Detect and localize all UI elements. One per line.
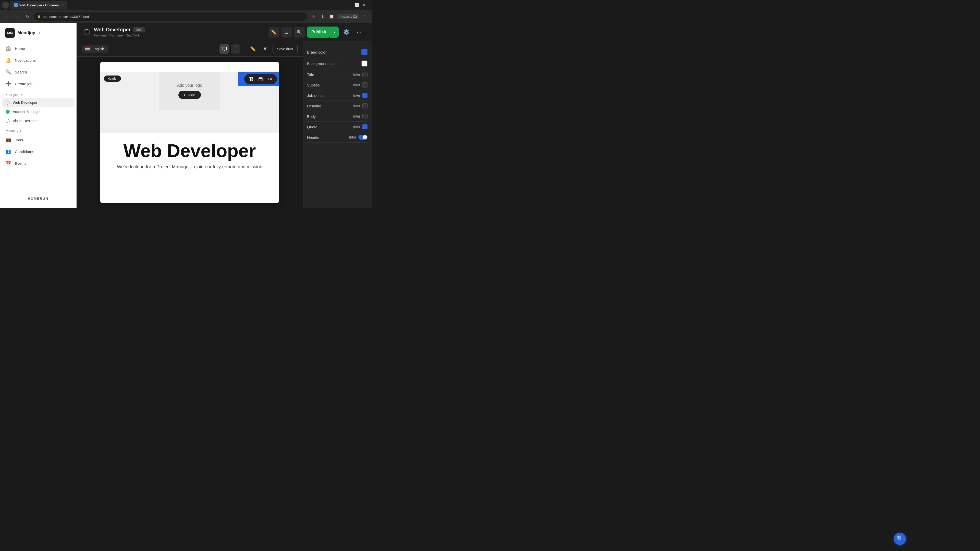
body-font-row: Body Inter: [307, 111, 368, 122]
job-status-draft-icon: [6, 100, 10, 105]
minimize-button[interactable]: ─: [347, 3, 352, 8]
header-actions: ✏️ 🔍 Publish ▾ ⚙️ ⋯: [269, 27, 364, 38]
job-item-web-developer[interactable]: Web Developer: [2, 98, 74, 107]
brand-chevron-icon: ▾: [39, 31, 40, 35]
settings-button[interactable]: ⚙️: [341, 27, 352, 38]
sidebar-item-search[interactable]: 🔍 Search: [2, 66, 74, 78]
new-tab-button[interactable]: +: [68, 2, 76, 9]
svg-rect-9: [251, 77, 253, 79]
body-font-value: Inter: [353, 114, 368, 119]
background-color-row: Background color: [307, 58, 368, 69]
sidebar-item-label-search: Search: [15, 70, 27, 74]
brand-color-row: Brand color: [307, 46, 368, 58]
job-description: We're looking for a Project Manager to j…: [100, 164, 279, 178]
preview-button[interactable]: 👁: [260, 44, 270, 54]
your-jobs-label: Your jobs: [6, 93, 19, 97]
job-details-font-name: Inter: [353, 94, 360, 97]
header-edit-icon[interactable]: [257, 76, 264, 83]
sidebar-item-candidates[interactable]: 👥 Candidates: [2, 146, 74, 157]
logo-placeholder-text: Add your logo: [177, 83, 202, 88]
header-label-tag: Header: [104, 76, 121, 82]
job-title-text: Web Developer: [94, 27, 130, 33]
moodjoy-label: Moodjoy: [6, 129, 18, 133]
loading-spinner: [84, 29, 90, 35]
publish-dropdown-button[interactable]: ▾: [330, 27, 339, 38]
title-font-color-swatch[interactable]: [363, 72, 368, 77]
job-status-active-icon: [6, 110, 10, 114]
header-actions-overlay: •••: [244, 74, 277, 84]
close-button[interactable]: ✕: [361, 3, 366, 8]
tab-close-icon[interactable]: ✕: [61, 3, 64, 7]
url-input[interactable]: 🔒 app.homerun.co/job/336501/edit: [34, 13, 307, 21]
job-details-font-value: Inter: [353, 93, 368, 98]
canvas-toolbar: English ✏️ 👁 Save draft: [76, 41, 303, 57]
app-layout: MM Moodjoy ▾ 🏠 Home 🔔 Notifications 🔍 Se…: [0, 23, 372, 208]
right-panel: Brand color Background color Title Inter: [303, 41, 372, 208]
language-label: English: [92, 47, 104, 51]
tab-group-button[interactable]: ⌄: [2, 2, 9, 9]
back-button[interactable]: ←: [3, 13, 11, 21]
background-color-swatch[interactable]: [361, 60, 368, 67]
sidebar-item-create-job[interactable]: ➕ Create job: [2, 78, 74, 89]
sidebar-bottom: HOMERUN: [0, 187, 76, 203]
heading-font-row: Heading Inter: [307, 101, 368, 111]
sidebar-item-label-events: Events: [15, 161, 27, 165]
header-block: Header •••: [100, 72, 279, 133]
header-toggle[interactable]: [358, 135, 368, 140]
pen-button[interactable]: ✏️: [248, 44, 258, 54]
job-details-font-color-swatch[interactable]: [363, 93, 368, 98]
header-more-icon[interactable]: •••: [267, 76, 274, 83]
subtitle-font-name: Inter: [353, 83, 360, 87]
download-button[interactable]: ⬇: [319, 13, 326, 21]
logo-upload-area[interactable]: Add your logo Upload: [159, 72, 220, 110]
heading-font-value: Inter: [353, 103, 368, 108]
heading-font-label: Heading: [307, 104, 321, 108]
heading-font-color-swatch[interactable]: [363, 103, 368, 108]
subtitle-font-color-swatch[interactable]: [363, 83, 368, 87]
list-button[interactable]: [281, 27, 292, 38]
tab-favicon: H: [14, 3, 18, 7]
sidebar-item-notifications[interactable]: 🔔 Notifications: [2, 55, 74, 66]
search-button[interactable]: 🔍: [294, 27, 305, 38]
maximize-button[interactable]: ⬜: [354, 3, 360, 8]
sidebar-item-label-jobs: Jobs: [15, 138, 23, 142]
language-selector[interactable]: English: [82, 45, 108, 53]
search-icon: 🔍: [6, 69, 11, 75]
extensions-button[interactable]: 🔲: [328, 13, 336, 21]
incognito-badge[interactable]: Incognito (2): [337, 14, 360, 19]
forward-button[interactable]: →: [13, 13, 21, 21]
desktop-view-button[interactable]: [220, 44, 229, 54]
moodjoy-chevron-icon: ▾: [20, 129, 21, 133]
publish-button[interactable]: Publish: [307, 27, 331, 38]
body-font-name: Inter: [353, 114, 360, 118]
brand-color-swatch[interactable]: [361, 49, 368, 55]
draft-badge: Draft: [133, 27, 145, 32]
mobile-view-button[interactable]: [231, 44, 240, 54]
brand-color-label: Brand color: [307, 50, 327, 54]
lock-icon: 🔒: [37, 15, 41, 18]
save-draft-button[interactable]: Save draft: [272, 45, 298, 53]
browser-chrome: ⌄ H Web Developer - Homerun ✕ + ─ ⬜ ✕ ← …: [0, 0, 372, 23]
sidebar-item-home[interactable]: 🏠 Home: [2, 43, 74, 54]
more-options-button[interactable]: ⋯: [354, 27, 364, 38]
svg-rect-11: [259, 77, 262, 81]
bookmark-button[interactable]: ☆: [310, 13, 317, 21]
sidebar-item-events[interactable]: 📅 Events: [2, 158, 74, 169]
url-text: app.homerun.co/job/336501/edit: [43, 15, 90, 19]
menu-button[interactable]: ⋮: [361, 13, 369, 21]
background-color-label: Background color: [307, 62, 337, 66]
job-details-font-row: Job details Inter: [307, 90, 368, 101]
quote-font-color-swatch[interactable]: [363, 124, 368, 129]
home-icon: 🏠: [6, 46, 11, 51]
active-tab[interactable]: H Web Developer - Homerun ✕: [10, 1, 67, 10]
job-item-account-manager[interactable]: Account Manager: [2, 107, 74, 116]
upload-button[interactable]: Upload: [178, 91, 201, 99]
reload-button[interactable]: ↻: [24, 13, 31, 21]
body-font-color-swatch[interactable]: [363, 114, 368, 119]
sidebar-item-jobs[interactable]: 💼 Jobs: [2, 134, 74, 145]
job-item-visual-designer[interactable]: Visual Designer: [2, 117, 74, 125]
sidebar-brand[interactable]: MM Moodjoy ▾: [0, 28, 76, 43]
edit-button[interactable]: ✏️: [269, 27, 279, 38]
canvas-content[interactable]: Header •••: [76, 57, 303, 208]
header-layout-icon[interactable]: [247, 76, 255, 83]
